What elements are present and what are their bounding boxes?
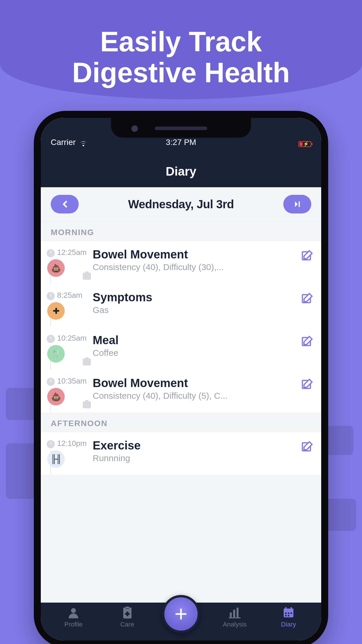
tab-profile[interactable]: Profile: [53, 606, 94, 628]
prev-day-button[interactable]: [51, 195, 79, 214]
svg-point-6: [71, 608, 76, 613]
entry-time: 8:25am: [57, 291, 87, 300]
plus-icon: +: [175, 603, 187, 625]
tab-label: Diary: [281, 621, 296, 628]
entry-title: Bowel Movement: [93, 248, 301, 261]
entry-subtitle: Coffee: [93, 348, 301, 358]
entry-title: Meal: [93, 334, 301, 347]
svg-rect-13: [233, 610, 235, 617]
clipboard-icon: [121, 606, 134, 619]
camera-icon: [83, 401, 91, 408]
date-navigator: Wednesday, Jul 3rd: [41, 187, 321, 221]
svg-rect-21: [288, 612, 289, 614]
diary-entry: 10:25am🍴MealCoffee: [41, 327, 321, 370]
wifi-icon: [79, 139, 87, 146]
tab-label: Care: [120, 621, 134, 628]
svg-rect-22: [290, 612, 292, 614]
section-header: MORNING: [41, 221, 321, 241]
tab-label: Profile: [64, 621, 82, 628]
camera-icon: [83, 358, 91, 365]
entry-title: Bowel Movement: [93, 377, 301, 390]
svg-rect-9: [125, 607, 129, 608]
svg-rect-17: [284, 609, 293, 611]
chart-icon: [228, 606, 241, 619]
entry-subtitle: Consistency (40), Difficulty (5), C...: [93, 391, 301, 401]
diary-entry: 10:35am💩Bowel MovementConsistency (40), …: [41, 370, 321, 412]
battery-icon: ⚡: [298, 141, 311, 147]
svg-rect-24: [288, 615, 289, 616]
tab-analysis[interactable]: Analysis: [214, 606, 255, 628]
section-header: AFTERNOON: [41, 412, 321, 432]
svg-rect-11: [125, 613, 130, 615]
diary-entry: 12:10pm╟╢ExerciseRunnning: [41, 432, 321, 475]
clock-icon: [47, 292, 55, 300]
entry-time: 12:10pm: [57, 439, 87, 448]
phone-frame: Carrier 3:27 PM ⚡ Diary Wednesday, Jul 3…: [34, 111, 328, 644]
tab-diary[interactable]: Diary: [268, 606, 309, 628]
add-entry-button[interactable]: +: [162, 595, 200, 633]
diary-entry: 8:25am✚SymptomsGas: [41, 284, 321, 327]
next-day-button[interactable]: [283, 195, 311, 214]
tab-bar: Profile Care Analysis Diary: [41, 603, 321, 640]
svg-rect-23: [285, 615, 287, 616]
entry-subtitle: Consistency (40), Difficulty (30),...: [93, 262, 301, 272]
tab-label: Analysis: [223, 621, 247, 628]
bm-icon: 💩: [47, 259, 65, 277]
svg-rect-15: [229, 617, 240, 618]
bm-icon: 💩: [47, 388, 65, 405]
diary-entry: 12:25am💩Bowel MovementConsistency (40), …: [41, 241, 321, 284]
profile-icon: [67, 606, 80, 619]
clock-icon: [47, 440, 55, 448]
current-date: Wednesday, Jul 3rd: [128, 198, 234, 211]
calendar-icon: [282, 606, 295, 619]
entry-title: Symptoms: [93, 291, 301, 304]
svg-rect-19: [290, 607, 292, 610]
entry-title: Exercise: [93, 439, 301, 452]
edit-entry-button[interactable]: [301, 440, 314, 453]
edit-entry-button[interactable]: [301, 249, 314, 262]
edit-entry-button[interactable]: [301, 378, 314, 391]
chevron-left-icon: [61, 200, 68, 208]
svg-rect-12: [230, 612, 232, 617]
entry-time: 10:25am: [57, 334, 87, 343]
phone-notch: [111, 118, 251, 138]
status-time: 3:27 PM: [166, 138, 196, 147]
meal-icon: 🍴: [47, 345, 65, 363]
svg-rect-20: [285, 612, 287, 614]
entry-time: 10:35am: [57, 377, 87, 386]
clock-icon: [47, 335, 55, 343]
svg-rect-14: [237, 608, 239, 617]
page-title: Diary: [41, 164, 321, 187]
exercise-icon: ╟╢: [47, 450, 65, 468]
symptoms-icon: ✚: [47, 302, 65, 320]
edit-entry-button[interactable]: [301, 292, 314, 305]
svg-rect-18: [285, 607, 287, 610]
entry-subtitle: Gas: [93, 305, 301, 315]
clock-icon: [47, 378, 55, 386]
carrier-label: Carrier: [51, 138, 76, 147]
edit-entry-button[interactable]: [301, 335, 314, 348]
skip-next-icon: [294, 200, 301, 208]
marketing-title: Easily Track Digestive Health: [0, 0, 362, 88]
tab-care[interactable]: Care: [107, 606, 148, 628]
svg-rect-0: [299, 202, 300, 207]
entry-time: 12:25am: [57, 248, 87, 257]
entry-subtitle: Runnning: [93, 453, 301, 463]
clock-icon: [47, 249, 55, 257]
camera-icon: [83, 273, 91, 280]
